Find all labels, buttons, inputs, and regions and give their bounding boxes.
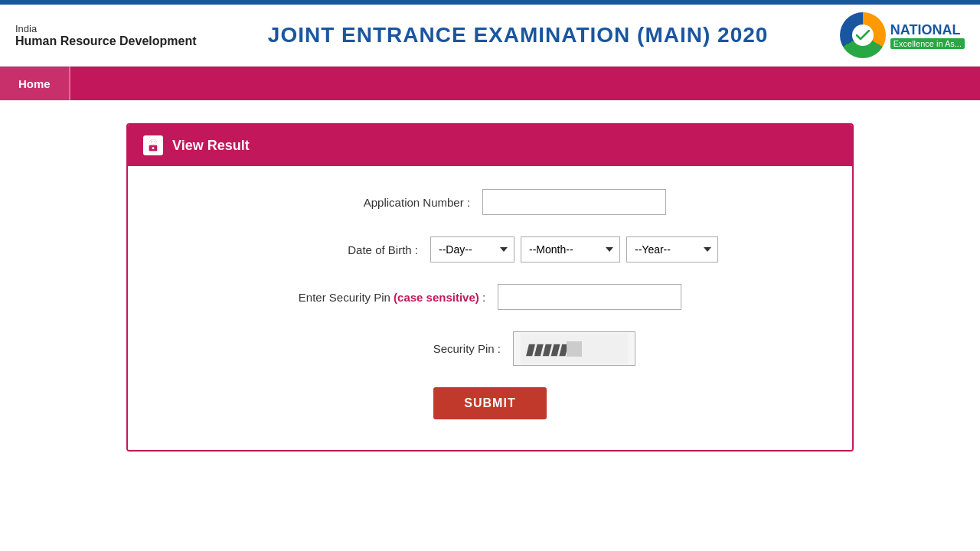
- dob-year-select[interactable]: --Year--: [626, 236, 718, 262]
- svg-text:█████: █████: [526, 344, 568, 357]
- dob-day-select[interactable]: --Day--: [430, 236, 514, 262]
- main-content: View Result Application Number : Date of…: [0, 100, 980, 474]
- lock-icon: [143, 135, 163, 155]
- form-card-body: Application Number : Date of Birth : --D…: [128, 166, 852, 450]
- header: India Human Resource Development JOINT E…: [0, 5, 980, 67]
- security-pin-image: █████: [513, 331, 635, 366]
- application-number-input[interactable]: [482, 189, 666, 215]
- navbar-home-label: Home: [18, 77, 51, 90]
- security-pin-entry-input[interactable]: [498, 284, 681, 310]
- form-card-header: View Result: [128, 125, 852, 166]
- application-number-label: Application Number :: [314, 196, 482, 209]
- form-card: View Result Application Number : Date of…: [126, 123, 854, 452]
- nta-tagline: Excellence in As...: [890, 38, 965, 49]
- security-pin-entry-label: Enter Security Pin (case sensitive) :: [299, 291, 498, 304]
- submit-row: SUBMIT: [158, 387, 822, 419]
- security-pin-label-end: :: [479, 291, 485, 304]
- svg-point-2: [152, 147, 155, 149]
- header-center: JOINT ENTRANCE EXAMINATION (MAIN) 2020: [197, 23, 840, 47]
- navbar-item-home[interactable]: Home: [0, 67, 70, 100]
- nta-national: NATIONAL: [890, 22, 965, 38]
- page-title: JOINT ENTRANCE EXAMINATION (MAIN) 2020: [197, 23, 840, 47]
- dob-selects: --Day-- --Month-- --Year--: [430, 236, 718, 262]
- nta-logo: NATIONAL Excellence in As...: [840, 12, 965, 58]
- department-name: Human Resource Development: [15, 34, 197, 48]
- security-pin-label-highlight: (case sensitive): [394, 291, 479, 304]
- header-left: India Human Resource Development: [15, 23, 197, 48]
- security-pin-entry-row: Enter Security Pin (case sensitive) :: [158, 284, 822, 310]
- dob-month-select[interactable]: --Month--: [521, 236, 620, 262]
- security-pin-image-row: Security Pin : █████: [158, 331, 822, 366]
- navbar: Home: [0, 67, 980, 100]
- nta-logo-inner: [852, 24, 874, 46]
- form-card-title: View Result: [172, 138, 250, 154]
- nta-text: NATIONAL Excellence in As...: [890, 22, 965, 49]
- nta-logo-circle: [840, 12, 886, 58]
- security-pin-label-normal: Enter Security Pin: [299, 291, 394, 304]
- ministry-name: India: [15, 23, 197, 34]
- submit-button[interactable]: SUBMIT: [433, 387, 546, 419]
- security-pin-image-label: Security Pin :: [345, 342, 513, 355]
- date-of-birth-row: Date of Birth : --Day-- --Month-- --Year…: [158, 236, 822, 262]
- header-right: NATIONAL Excellence in As...: [840, 12, 965, 58]
- date-of-birth-label: Date of Birth :: [262, 243, 430, 256]
- application-number-row: Application Number :: [158, 189, 822, 215]
